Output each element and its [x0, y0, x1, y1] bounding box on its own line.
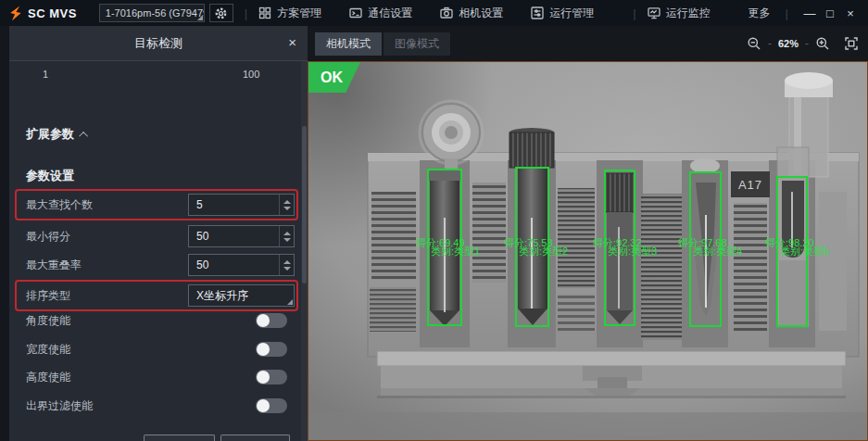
rack-slot-label: A17 [731, 171, 770, 197]
section-extended-params[interactable]: 扩展参数 [26, 126, 88, 143]
max-overlap-input[interactable]: 50 [188, 254, 295, 276]
spin-down-icon[interactable] [283, 238, 291, 242]
param-row-max-overlap: 最大重叠率 50 [17, 251, 296, 279]
slider-min-label: 1 [43, 69, 48, 80]
minimize-button[interactable]: — [799, 6, 820, 20]
spin-up-icon[interactable] [283, 260, 291, 264]
panel-header: 目标检测 × [9, 26, 308, 61]
param-value: 50 [196, 226, 208, 246]
toggle-row-width-enable: 宽度使能 [26, 340, 287, 359]
menu-camera-settings[interactable]: 相机设置 [440, 6, 503, 21]
param-value: 5 [196, 195, 203, 215]
section-param-settings: 参数设置 [26, 168, 74, 184]
tab-camera-mode[interactable]: 相机模式 [315, 32, 382, 56]
app-title: SC MVS [28, 6, 77, 20]
menu-label: 运行监控 [666, 6, 711, 21]
chevron-down-icon [197, 15, 203, 20]
menu-label: 运行管理 [549, 6, 594, 21]
left-rail [0, 26, 9, 441]
zoom-controls: - 62% - [747, 36, 859, 51]
toggle-row-outbound-filter-enable: 出界过滤使能 [26, 397, 287, 415]
main-area: 目标检测 × 1 100 扩展参数 参数设置 最大查找个数 5 最小得分 50 [0, 26, 868, 441]
app-logo: SC MVS [7, 6, 77, 21]
slider-scale: 1 100 [9, 69, 287, 83]
spinner-buttons[interactable] [279, 255, 294, 275]
spinner-buttons[interactable] [279, 226, 294, 246]
maximize-button[interactable]: □ [820, 6, 840, 20]
title-bar: SC MVS 1-7016pm-56 (G79479 | 方案管理 通信设置 相… [0, 0, 868, 26]
toggle-knob [257, 399, 270, 412]
param-label: 排序类型 [26, 282, 70, 309]
width-enable-toggle[interactable] [256, 342, 287, 357]
spin-up-icon[interactable] [283, 200, 291, 204]
section-extended-label: 扩展参数 [26, 127, 74, 141]
image-viewer: 相机模式 图像模式 - 62% - [308, 26, 868, 441]
toggle-row-angle-enable: 角度使能 [26, 311, 287, 330]
fit-view-button[interactable] [844, 36, 859, 51]
dropdown-corner-caret-icon [287, 299, 293, 305]
angle-enable-toggle[interactable] [256, 313, 287, 328]
detections-layer: 得分:69.49类别:类型1得分:75.53类别:类型2得分:92.32类别:类… [308, 62, 867, 440]
menu-label: 方案管理 [277, 6, 321, 21]
zoom-out-icon[interactable] [747, 36, 761, 51]
toolbar-divider: | [786, 6, 788, 20]
menu-run-management[interactable]: 运行管理 [531, 6, 594, 21]
panel-scrollbar[interactable] [301, 61, 308, 441]
height-enable-toggle[interactable] [256, 370, 287, 384]
camera-icon [440, 6, 453, 19]
slider-max-label: 100 [243, 69, 259, 80]
fit-view-icon [844, 36, 859, 51]
scrollbar-thumb[interactable] [302, 126, 307, 284]
solution-icon [258, 6, 271, 19]
zoom-in-icon[interactable] [815, 36, 830, 51]
toggle-label: 高度使能 [26, 371, 70, 384]
menu-run-monitor[interactable]: 运行监控 [648, 6, 711, 21]
spin-down-icon[interactable] [283, 207, 291, 210]
device-select[interactable]: 1-7016pm-56 (G79479 [99, 4, 205, 22]
more-button[interactable]: 更多 [748, 6, 771, 21]
param-label: 最大查找个数 [26, 191, 93, 219]
toggle-knob [257, 314, 270, 327]
detection-class-label: 类别:类型4 [693, 246, 742, 257]
min-score-input[interactable]: 50 [188, 225, 295, 247]
menu-solution-management[interactable]: 方案管理 [258, 6, 321, 21]
max-find-count-input[interactable]: 5 [188, 194, 295, 216]
logo-icon [7, 6, 23, 21]
menu-label: 通信设置 [368, 6, 412, 21]
monitor-icon [648, 6, 660, 19]
terminal-icon [349, 6, 362, 19]
spinner-buttons[interactable] [279, 195, 294, 215]
device-select-value: 1-7016pm-56 (G79479 [106, 7, 205, 19]
viewer-toolbar: 相机模式 图像模式 - 62% - [308, 26, 868, 61]
tab-image-mode[interactable]: 图像模式 [384, 32, 450, 56]
zoom-separator: - [805, 37, 809, 50]
zoom-level: 62% [778, 38, 799, 49]
device-settings-button[interactable] [209, 4, 233, 22]
toolbar-divider: | [245, 6, 247, 20]
image-viewport[interactable]: 得分:69.49类别:类型1得分:75.53类别:类型2得分:92.32类别:类… [308, 61, 868, 441]
panel-close-icon[interactable]: × [288, 34, 296, 50]
spin-up-icon[interactable] [283, 232, 291, 235]
confirm-button-partial[interactable] [144, 435, 215, 441]
toolbar-divider: | [633, 6, 635, 20]
detection-class-label: 类别:类型3 [608, 246, 657, 257]
dropdown-value: X坐标升序 [196, 285, 248, 306]
zoom-separator: - [768, 37, 772, 50]
param-row-max-find-count: 最大查找个数 5 [17, 191, 296, 219]
chevron-up-icon [79, 132, 88, 141]
cancel-button-partial[interactable] [220, 435, 290, 441]
sliders-icon [531, 6, 544, 19]
param-label: 最小得分 [26, 222, 70, 250]
outbound-filter-enable-toggle[interactable] [256, 398, 287, 413]
spin-down-icon[interactable] [283, 267, 291, 271]
sort-type-dropdown[interactable]: X坐标升序 [188, 284, 295, 307]
gear-icon [214, 6, 228, 20]
menu-label: 相机设置 [459, 6, 503, 21]
param-value: 50 [196, 255, 208, 275]
close-button[interactable]: × [840, 6, 861, 20]
detection-class-label: 类别:类型5 [780, 246, 829, 257]
menu-communication-settings[interactable]: 通信设置 [349, 6, 412, 21]
toggle-knob [257, 343, 270, 356]
toggle-label: 宽度使能 [26, 343, 70, 356]
detection-class-label: 类别:类型1 [431, 246, 480, 257]
